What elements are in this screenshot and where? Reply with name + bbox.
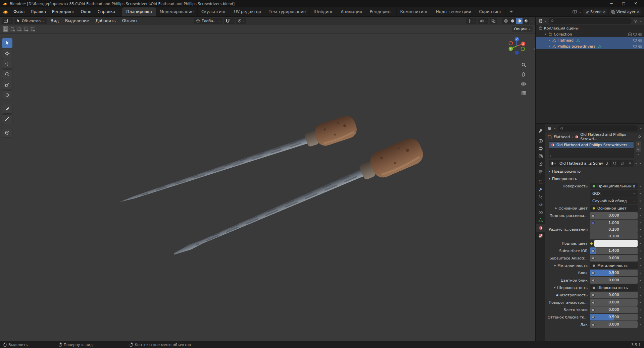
anisotropic-rotation-slider[interactable]: 0.000 (590, 299, 638, 306)
chevron-down-icon[interactable]: ⌄ (640, 20, 642, 22)
remove-slot-button[interactable]: − (636, 147, 641, 152)
menu-view[interactable]: Вид (48, 18, 61, 23)
outliner-row-phillips[interactable]: ▸ Phillips Screwdrivers (536, 43, 644, 49)
pin-icon[interactable] (637, 135, 641, 139)
xray-toggle[interactable] (490, 18, 497, 24)
material-users-button[interactable]: 3 (603, 160, 610, 167)
subsurface-ior-slider[interactable]: 1.400 (590, 247, 638, 254)
scale-tool[interactable] (2, 80, 12, 90)
browse-material-button[interactable]: ⌄ (549, 160, 557, 167)
material-slot-list[interactable]: Old Flathead and Phillips Screwdrivers ▸ (549, 141, 634, 158)
outliner-search-input[interactable] (549, 18, 632, 24)
subsurface-slider[interactable]: 0.000 (590, 212, 638, 219)
decorate-dot[interactable] (638, 284, 643, 291)
options-dropdown[interactable]: Опции ⌄ (512, 26, 533, 32)
tab-world[interactable] (536, 168, 545, 175)
breadcrumb-material[interactable]: Old Flathead and Phillips Screwd... (580, 132, 636, 141)
filter-funnel-icon[interactable] (634, 19, 638, 23)
roughness-link-button[interactable]: Шероховатость (590, 284, 638, 291)
shading-wireframe-button[interactable] (502, 18, 509, 24)
menu-add[interactable]: Добавить (93, 18, 118, 23)
decorate-dot[interactable] (638, 306, 643, 313)
breadcrumb-object[interactable]: Flathead (554, 135, 570, 139)
unlink-material-icon[interactable]: ✕ (626, 160, 634, 167)
decorate-dot[interactable] (638, 205, 643, 212)
transform-orientation-dropdown[interactable]: Глоба... ⌄ (194, 18, 222, 24)
minimize-button[interactable]: ─ (606, 0, 617, 7)
menu-window[interactable]: Окно (78, 7, 95, 16)
shading-rendered-button[interactable] (523, 18, 529, 24)
measure-tool[interactable] (2, 114, 12, 124)
menu-render[interactable]: Рендеринг (49, 7, 78, 16)
decorate-dot[interactable] (638, 183, 643, 189)
properties-search-input[interactable] (558, 125, 638, 131)
disable-render-camera-icon[interactable] (638, 33, 642, 36)
tab-texture-paint[interactable]: Текстурирование (265, 7, 309, 16)
add-workspace-button[interactable]: + (505, 7, 516, 16)
filter-dropdown-icon[interactable]: ⌄ (640, 127, 642, 130)
specular-tint-slider[interactable]: 0.000 (590, 277, 638, 284)
menu-edit[interactable]: Правка (28, 7, 49, 16)
tab-layout[interactable]: Планировка (122, 7, 155, 16)
blender-menu-icon[interactable] (0, 7, 10, 16)
decorate-dot[interactable] (638, 255, 643, 262)
radius-z-field[interactable]: 0.100 (590, 233, 638, 239)
snap-toggle[interactable]: ⌄ (224, 18, 235, 24)
anisotropic-slider[interactable]: 0.000 (590, 292, 638, 298)
disclosure-icon[interactable]: ▾ (544, 33, 547, 36)
decorate-dot[interactable] (638, 262, 643, 269)
show-overlays-toggle[interactable]: ⌄ (478, 18, 489, 24)
pan-hand-icon[interactable] (521, 72, 527, 77)
decorate-dot[interactable] (638, 190, 643, 197)
new-material-copy-icon[interactable] (618, 160, 626, 167)
tab-material[interactable] (536, 224, 545, 232)
tab-physics[interactable] (536, 201, 545, 209)
material-extra-menu-icon[interactable]: ⌄ (635, 162, 637, 165)
decorate-dot[interactable] (638, 240, 643, 247)
subsurface-color-swatch[interactable] (594, 240, 638, 247)
menu-select[interactable]: Выделение (63, 18, 91, 23)
select-mode-extend-button[interactable]: + (9, 26, 15, 32)
show-gizmo-toggle[interactable]: ⌄ (466, 18, 477, 24)
decorate-dot[interactable] (638, 270, 643, 276)
expand-icon[interactable]: ▶ (554, 286, 556, 289)
disclosure-icon[interactable]: ▸ (548, 45, 551, 48)
tab-tool[interactable] (536, 127, 545, 134)
outliner-row-collection[interactable]: ▾ Collection (536, 31, 644, 37)
disclosure-icon[interactable]: ▸ (548, 39, 551, 42)
decorate-dot[interactable] (638, 277, 643, 284)
slot-specials-icon[interactable]: ⌄ (637, 153, 640, 156)
menu-file[interactable]: Файл (10, 7, 28, 16)
tab-modifiers[interactable] (536, 185, 545, 193)
proportional-editing-toggle[interactable]: ⌄ (236, 18, 246, 24)
select-mode-invert-button[interactable]: × (23, 26, 29, 32)
tab-view-layer[interactable] (536, 152, 545, 160)
decorate-dot[interactable] (638, 212, 643, 219)
add-cube-tool[interactable] (2, 128, 12, 138)
tab-particles[interactable] (536, 193, 545, 201)
mode-dropdown[interactable]: Объектов ⌄ (14, 18, 47, 24)
tab-compositing[interactable]: Композитинг (396, 7, 432, 16)
tab-sculpting[interactable]: Скульптинг (197, 7, 230, 16)
decorate-dot[interactable] (638, 321, 643, 328)
tab-texture[interactable] (536, 232, 545, 239)
tab-output[interactable] (536, 144, 545, 152)
tab-animation[interactable]: Анимация (337, 7, 365, 16)
select-mode-subtract-button[interactable]: − (16, 26, 22, 32)
tab-constraints[interactable] (536, 209, 545, 216)
cursor-tool[interactable] (2, 49, 12, 58)
outliner-row-scene-collection[interactable]: Коллекция сцены (536, 25, 644, 31)
exclude-checkbox-icon[interactable] (628, 33, 632, 36)
clearcoat-slider[interactable]: 0.000 (590, 321, 638, 328)
shading-material-preview-button[interactable] (516, 18, 523, 24)
section-preview[interactable]: ▸ Предпросмотр (545, 168, 644, 175)
tab-scene[interactable] (536, 160, 545, 168)
viewport-canvas[interactable]: Z X Y (0, 34, 535, 341)
viewlayer-selector[interactable]: ViewLayer ✕ (609, 9, 641, 15)
shader-menu-button[interactable]: Принципиальный BSDF (590, 183, 638, 189)
tab-uv-editing[interactable]: UV-редактор (230, 7, 264, 16)
unlink-viewlayer-icon[interactable]: ✕ (637, 10, 640, 14)
editor-type-button[interactable]: ⌄ (2, 18, 13, 24)
tab-shading[interactable]: Шейдинг (309, 7, 337, 16)
radius-y-field[interactable]: 0.200 (590, 226, 638, 233)
